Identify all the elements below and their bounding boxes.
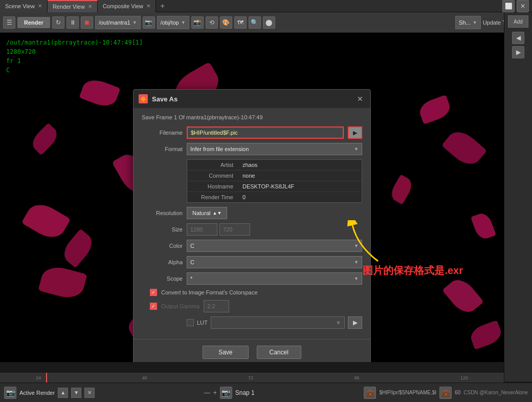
color-icon[interactable]: 🎨: [220, 16, 232, 29]
watermark-label: CSDN @Karon_NeverAlone: [463, 390, 528, 395]
convert-checkbox[interactable]: ✓: [150, 289, 157, 296]
size-height-input[interactable]: [219, 223, 250, 236]
cancel-button[interactable]: Cancel: [257, 346, 301, 359]
resolution-row: Resolution Natural ▲▼: [142, 207, 362, 219]
format-label: Format: [142, 146, 183, 152]
camera-label: /obj/top: [161, 19, 179, 26]
lut-checkbox[interactable]: [187, 319, 194, 326]
sh-label: Sh...: [459, 19, 471, 26]
tab-scene-view-label: Scene View: [5, 3, 35, 9]
status-mid-section: — + 📷 Snap 1: [99, 387, 360, 399]
color-dropdown[interactable]: C ▼: [187, 240, 362, 252]
dialog-close-button[interactable]: ✕: [355, 94, 365, 104]
camera-arrow: ▼: [181, 20, 186, 25]
filename-input[interactable]: [187, 126, 344, 139]
nav-left-icon[interactable]: ◀: [512, 32, 524, 44]
nav-right-icon[interactable]: ▶: [512, 46, 524, 58]
nav-minus[interactable]: —: [204, 389, 210, 396]
active-render-up-btn[interactable]: ▲: [58, 388, 68, 398]
artist-value: zhaos: [238, 160, 362, 170]
alpha-value: C: [190, 259, 194, 265]
resolution-dropdown[interactable]: Natural ▲▼: [187, 207, 227, 219]
toolbar: ☰ Render ↻ ⏸ ⏹ /out/mantra1 ▼ 📷 /obj/top…: [0, 12, 532, 33]
size-row: Size: [142, 223, 362, 236]
lut-browse-btn[interactable]: ▶: [348, 316, 362, 329]
tab-render-view[interactable]: Render View ✕: [48, 0, 98, 12]
num-strip: 24 48 72 96 120: [0, 372, 504, 383]
comment-value: none: [238, 171, 362, 181]
color-label: Color: [142, 243, 183, 249]
filename-row: Filename ▶: [142, 126, 362, 139]
scope-dropdown[interactable]: * ▼: [187, 272, 362, 285]
resolution-arrow: ▲▼: [212, 210, 221, 216]
comment-key: Comment: [187, 171, 238, 181]
scope-arrow: ▼: [354, 276, 359, 281]
right-panel-nav: ◀ ▶: [512, 32, 524, 58]
render-button[interactable]: Render: [17, 17, 50, 28]
circle-icon[interactable]: ⬤: [263, 16, 275, 29]
gamma-input[interactable]: [204, 300, 229, 312]
num-strip-inner: 24 48 72 96 120: [5, 375, 499, 380]
main-layout: /out/mantra1(pbrraytrace)-10:47:49[1] 12…: [0, 33, 532, 402]
flip-icon[interactable]: ⟲: [206, 16, 218, 29]
alpha-dropdown[interactable]: C ▼: [187, 256, 362, 268]
render-time-value: 0: [238, 192, 362, 202]
save-as-dialog: 🔶 Save As ✕ Save Frame 1 Of mantra1(pbrr…: [133, 89, 371, 362]
dialog-body: Save Frame 1 Of mantra1(pbrraytrace)-10:…: [134, 108, 370, 339]
convert-checkbox-row: ✓ Convert to Image Format's Colorspace: [142, 289, 362, 296]
map-icon[interactable]: 🗺: [234, 16, 247, 29]
resolution-value: Natural: [192, 210, 210, 216]
gamma-checkbox[interactable]: ✓: [150, 303, 157, 310]
render-time-key: Render Time: [187, 192, 238, 202]
zoom-icon[interactable]: 🔍: [249, 16, 261, 29]
info-row-artist: Artist zhaos: [187, 160, 362, 171]
lut-dropdown[interactable]: ▼: [211, 316, 345, 329]
alpha-label: Alpha: [142, 259, 183, 265]
dialog-title: Save As: [152, 95, 351, 103]
hip-icon: 💼: [364, 387, 376, 399]
hostname-key: Hostname: [187, 181, 238, 192]
camera-to-icon[interactable]: 📸: [191, 16, 204, 29]
format-arrow: ▼: [354, 146, 359, 152]
add-button[interactable]: Add: [508, 15, 528, 28]
info-row-hostname: Hostname DESKTOP-KS8JL4F: [187, 181, 362, 192]
tab-composite-view-close[interactable]: ✕: [146, 3, 150, 9]
pause-icon[interactable]: ⏸: [66, 16, 79, 29]
format-dropdown[interactable]: Infer from file extension ▼: [187, 143, 362, 155]
active-render-close-btn[interactable]: ✕: [84, 388, 95, 398]
add-tab-button[interactable]: +: [156, 2, 169, 11]
active-render-down-btn[interactable]: ▼: [71, 388, 81, 398]
filename-browse-btn[interactable]: ▶: [348, 126, 362, 139]
close-window-icon[interactable]: ✕: [517, 0, 529, 12]
dialog-titlebar: 🔶 Save As ✕: [134, 90, 370, 108]
restore-icon[interactable]: ⬜: [502, 0, 515, 12]
camera-select[interactable]: /obj/top ▼: [157, 16, 189, 29]
color-value: C: [190, 243, 194, 249]
sh-select[interactable]: Sh... ▼: [455, 16, 481, 29]
nav-controls: — + 📷 Snap 1: [204, 387, 255, 399]
tab-scene-view[interactable]: Scene View ✕: [0, 0, 48, 12]
num-1: 24: [36, 375, 41, 380]
tab-render-view-close[interactable]: ✕: [88, 4, 92, 9]
size-inputs: [187, 223, 362, 236]
save-button[interactable]: Save: [203, 346, 248, 359]
nav-plus[interactable]: +: [213, 389, 217, 396]
size-width-input[interactable]: [187, 223, 217, 236]
hostname-value: DESKTOP-KS8JL4F: [238, 181, 362, 192]
menu-icon[interactable]: ☰: [3, 16, 15, 29]
scope-row: Scope * ▼: [142, 272, 362, 285]
render-area: /out/mantra1(pbrraytrace)-10:47:49[1] 12…: [0, 33, 504, 362]
num-5: 120: [460, 375, 468, 380]
output-path-select[interactable]: /out/mantra1 ▼: [95, 16, 141, 29]
gamma-label: Output Gamma: [161, 303, 199, 309]
stop-icon[interactable]: ⏹: [81, 16, 93, 29]
tab-composite-view[interactable]: Composite View ✕: [98, 0, 156, 12]
hip2-icon: 💼: [439, 387, 452, 399]
refresh-icon[interactable]: ↻: [52, 16, 64, 29]
status-right-section: 💼 $HIP/ipr/$SNAPNAME.$I 💼 60 CSDN @Karon…: [364, 387, 528, 399]
tab-render-view-label: Render View: [53, 4, 85, 10]
camera-from-icon[interactable]: 📷: [143, 16, 155, 29]
lut-label-text: LUT: [197, 320, 208, 326]
color-row: Color C ▼: [142, 240, 362, 252]
tab-scene-view-close[interactable]: ✕: [38, 3, 42, 9]
